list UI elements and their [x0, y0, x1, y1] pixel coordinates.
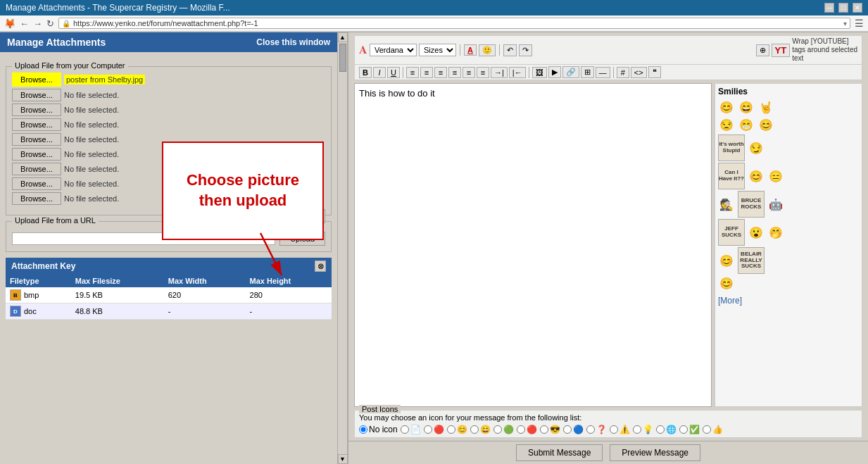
align-center-button[interactable]: ≡	[420, 67, 433, 78]
post-icon-radio-5[interactable]	[493, 425, 502, 434]
emoji-button[interactable]: 🙂	[479, 44, 496, 56]
scroll-up[interactable]: ▲	[338, 32, 348, 42]
badge-bruce[interactable]: BRUCEROCKS	[738, 191, 765, 218]
browse-button-8[interactable]: Browse...	[12, 177, 61, 190]
align-right-button[interactable]: ≡	[434, 67, 447, 78]
browse-button-2[interactable]: Browse...	[12, 89, 61, 101]
title-bar-controls: — □ ✕	[824, 3, 862, 13]
doc-icon: D	[10, 306, 21, 317]
font-color-button[interactable]: A	[464, 44, 477, 56]
smiley-7[interactable]: 😏	[748, 140, 765, 156]
back-button[interactable]: ←	[20, 18, 29, 29]
post-icon-radio-10[interactable]	[610, 425, 618, 434]
post-icon-radio-11[interactable]	[633, 425, 641, 434]
ul-button[interactable]: ≡	[477, 67, 489, 78]
video-button[interactable]: ▶	[548, 66, 561, 78]
file-label-2: No file selected.	[64, 91, 119, 99]
address-bar[interactable]: 🔒 https://www.yenko.net/forum/newattachm…	[58, 18, 850, 29]
submit-message-button[interactable]: Submit Message	[516, 444, 603, 461]
youtube-button[interactable]: YT	[772, 44, 791, 57]
post-icon-radio-8[interactable]	[563, 425, 572, 434]
scroll-thumb[interactable]	[339, 44, 346, 72]
post-icon-radio-2[interactable]	[424, 425, 432, 434]
hash-button[interactable]: #	[617, 67, 629, 78]
post-icon-radio-3[interactable]	[447, 425, 455, 434]
more-smilies-link[interactable]: [More]	[718, 296, 742, 306]
post-icon-radio-noicon[interactable]	[359, 425, 367, 434]
collapse-button[interactable]: ⊗	[315, 261, 326, 272]
smiley-8[interactable]: 😊	[748, 168, 765, 184]
smilies-panel: Smilies 😊 😄 🤘 😒 😁 😊	[715, 83, 862, 407]
refresh-button[interactable]: ↻	[46, 18, 54, 29]
smiley-4[interactable]: 😒	[718, 117, 735, 133]
browse-button-4[interactable]: Browse...	[12, 118, 61, 131]
code-button[interactable]: <>	[631, 67, 647, 78]
maximize-button[interactable]: □	[838, 3, 848, 13]
attachment-key-title: Attachment Key	[11, 261, 75, 271]
post-icon-emoji-6: 🔴	[527, 425, 537, 434]
post-icon-radio-9[interactable]	[586, 425, 595, 434]
smiley-10[interactable]: 🕵	[718, 196, 735, 213]
scroll-down[interactable]: ▼	[338, 454, 348, 464]
align-left-button[interactable]: ≡	[406, 67, 419, 78]
bmp-maxsize: 19.5 KB	[71, 287, 164, 303]
smiley-12[interactable]: 😮	[748, 225, 765, 241]
bold-button[interactable]: B	[359, 67, 372, 78]
smiley-14[interactable]: 😊	[718, 253, 735, 269]
post-icon-radio-12[interactable]	[656, 425, 665, 434]
badge-stupid[interactable]: It's worthStupid	[718, 134, 745, 161]
smiley-6[interactable]: 😊	[757, 117, 774, 133]
message-textarea[interactable]: This is how to do it	[355, 84, 711, 406]
preview-message-button[interactable]: Preview Message	[610, 444, 700, 461]
outdent-button[interactable]: |←	[509, 67, 526, 78]
browse-button-7[interactable]: Browse...	[12, 163, 61, 175]
undo-button[interactable]: ↶	[503, 44, 517, 56]
post-icon-radio-6[interactable]	[517, 425, 525, 434]
expand-button[interactable]: ⊕	[756, 44, 769, 56]
post-icon-radio-14[interactable]	[703, 425, 711, 434]
indent-button[interactable]: →|	[491, 67, 508, 78]
browse-button-6[interactable]: Browse...	[12, 148, 61, 161]
underline-button[interactable]: U	[387, 67, 400, 78]
browse-button-9[interactable]: Browse...	[12, 192, 61, 205]
smiley-5[interactable]: 😁	[738, 117, 755, 133]
close-window-link[interactable]: Close this window	[256, 37, 330, 47]
redo-button[interactable]: ↷	[519, 44, 532, 56]
doc-maxwidth: -	[164, 303, 246, 320]
align-justify-button[interactable]: ≡	[448, 67, 461, 78]
ol-button[interactable]: ≡	[463, 67, 475, 78]
smiley-9[interactable]: 😑	[767, 168, 784, 184]
italic-button[interactable]: I	[373, 67, 386, 78]
post-icon-item-7: 😎	[540, 425, 560, 434]
hr-button[interactable]: —	[596, 67, 610, 78]
post-icon-radio-1[interactable]	[401, 425, 409, 434]
smiley-2[interactable]: 😄	[738, 99, 755, 115]
smiley-11[interactable]: 🤖	[767, 196, 784, 213]
url-legend: Upload File from a URL	[12, 216, 99, 225]
badge-can-i[interactable]: Can IHave It??	[718, 163, 745, 189]
browse-button-5[interactable]: Browse...	[12, 133, 61, 146]
forward-button[interactable]: →	[33, 18, 42, 29]
scrollbar[interactable]: ▲ ▼	[337, 32, 347, 464]
browse-button-3[interactable]: Browse...	[12, 104, 61, 116]
font-size-select[interactable]: Sizes	[419, 44, 456, 56]
address-menu-button[interactable]: ▾	[843, 20, 847, 27]
smiley-1[interactable]: 😊	[718, 99, 735, 115]
smiley-15[interactable]: 😊	[718, 275, 735, 291]
hamburger-menu[interactable]: ☰	[855, 18, 864, 29]
quote-button[interactable]: ❝	[648, 66, 661, 78]
badge-belair[interactable]: BELAIRREALLY SUCKS	[738, 247, 765, 274]
smiley-3[interactable]: 🤘	[757, 99, 774, 115]
post-icon-radio-4[interactable]	[470, 425, 479, 434]
font-family-select[interactable]: Verdana	[370, 44, 417, 56]
post-icon-radio-7[interactable]	[540, 425, 548, 434]
smiley-13[interactable]: 🤭	[767, 225, 784, 241]
minimize-button[interactable]: —	[824, 3, 834, 13]
browse-button-1[interactable]: Browse...	[12, 73, 61, 87]
image-button[interactable]: 🖼	[532, 67, 547, 78]
close-button[interactable]: ✕	[853, 3, 862, 13]
link-button[interactable]: 🔗	[562, 66, 579, 78]
table-button[interactable]: ⊞	[581, 66, 594, 78]
badge-jeff[interactable]: JEFFSUCKS	[718, 219, 745, 246]
post-icon-radio-13[interactable]	[679, 425, 688, 434]
